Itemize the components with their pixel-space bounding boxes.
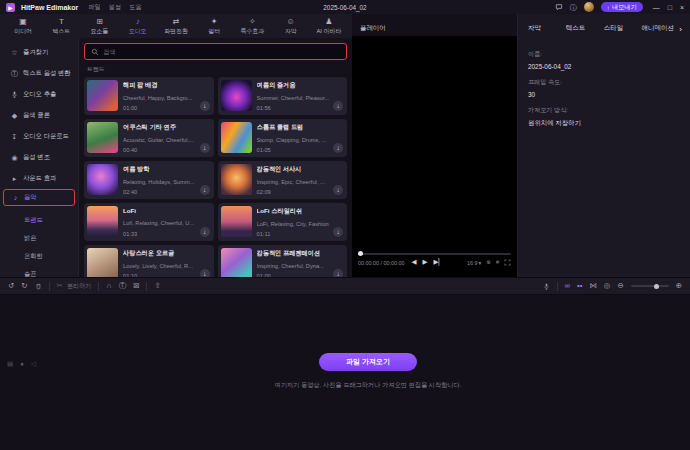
step-back-button[interactable]: ◀ bbox=[411, 259, 416, 266]
music-card[interactable]: 어쿠스틱 기타 연주Acoustic, Guitar, Cheerful,...… bbox=[84, 119, 214, 157]
download-icon[interactable]: ↓ bbox=[200, 143, 210, 153]
music-card[interactable]: 사랑스러운 오르골Lovely, Lively, Cheerful, R...0… bbox=[84, 245, 214, 277]
download-icon[interactable]: ↓ bbox=[200, 101, 210, 111]
step-forward-button[interactable]: ▶▏ bbox=[433, 259, 443, 266]
audio-track-icon[interactable]: ◁ bbox=[31, 361, 36, 368]
tab-filter[interactable]: ✦필터 bbox=[195, 18, 233, 34]
music-card-grid: 해피 팝 배경Cheerful, Happy, Backgro...01:00↓… bbox=[79, 77, 352, 277]
tab-text[interactable]: T텍스트 bbox=[42, 18, 80, 34]
tab-elements[interactable]: ⊞요소들 bbox=[80, 18, 118, 34]
tab-media[interactable]: ▣미디어 bbox=[4, 18, 42, 34]
music-card[interactable]: 여름의 즐거움Summer, Cheerful, Pleasur...01:56… bbox=[218, 77, 348, 115]
prop-tab-1[interactable]: 자막 bbox=[528, 24, 566, 33]
prop-tab-4[interactable]: 애니메이션 bbox=[641, 24, 679, 33]
sidebar-item[interactable]: Ⓣ텍스트 음성 변환 bbox=[3, 63, 75, 84]
tab-fx[interactable]: ✧특수효과 bbox=[233, 18, 271, 34]
music-card[interactable]: LoFiLofi, Relaxing, Cheerful, U...01:33↓ bbox=[84, 203, 214, 241]
record-track-icon[interactable]: ● bbox=[20, 361, 24, 368]
download-icon[interactable]: ↓ bbox=[333, 269, 343, 277]
music-card[interactable]: 해피 팝 배경Cheerful, Happy, Backgro...01:00↓ bbox=[84, 77, 214, 115]
close-button[interactable]: × bbox=[680, 4, 684, 11]
zoom-out-button[interactable]: ⊖ bbox=[617, 282, 623, 290]
export-frame-button[interactable]: ⇧ bbox=[154, 282, 160, 290]
download-icon[interactable]: ↓ bbox=[200, 269, 210, 277]
avatar[interactable] bbox=[584, 2, 594, 12]
music-card[interactable]: 감동적인 프레젠테이션Inspiring, Cheerful, Dyna...0… bbox=[218, 245, 348, 277]
sidebar-item[interactable]: ♪음악 bbox=[3, 189, 75, 206]
sidebar-item[interactable]: ◉음성 변조 bbox=[3, 147, 75, 168]
tab-audio[interactable]: ♪오디오 bbox=[119, 18, 157, 34]
add-text-button[interactable]: Ⓣ bbox=[119, 282, 127, 290]
aspect-ratio-select[interactable]: 16:9 ▾ bbox=[467, 260, 481, 266]
music-card[interactable]: LoFi 스타일리쉬LoFi, Relaxing, City, Fashion0… bbox=[218, 203, 348, 241]
snapshot-button[interactable]: ⊛ bbox=[486, 260, 491, 266]
prop-tab-3[interactable]: 스타일 bbox=[604, 24, 642, 33]
search-input[interactable] bbox=[103, 48, 340, 55]
zoom-in-button[interactable]: ⊕ bbox=[676, 282, 682, 290]
sidebar-item[interactable]: ↧오디오 다운로드 bbox=[3, 126, 75, 147]
seek-bar[interactable] bbox=[358, 251, 511, 256]
category-item[interactable]: 트렌드 bbox=[0, 211, 78, 229]
chevron-right-icon[interactable]: › bbox=[679, 27, 682, 33]
export-button[interactable]: ↑ 내보내기 bbox=[601, 2, 643, 12]
record-voice-button[interactable] bbox=[543, 283, 550, 290]
maximize-button[interactable]: □ bbox=[668, 4, 672, 11]
split-button[interactable]: ✂ bbox=[57, 282, 63, 290]
tab-subtitle[interactable]: ☺자막 bbox=[272, 18, 310, 34]
sidebar-item[interactable]: ☆즐겨찾기 bbox=[3, 42, 75, 63]
redo-button[interactable]: ↻ bbox=[21, 282, 27, 290]
keyframe-button[interactable]: •• bbox=[577, 282, 582, 290]
titlebar: ▶ HitPaw Edimakor 파일 설정 도움 2025-06-04_02… bbox=[0, 0, 690, 14]
sidebar-item-label: 음색 클론 bbox=[23, 111, 50, 120]
search-box[interactable] bbox=[84, 43, 347, 60]
tab-avatar[interactable]: ♟AI 아바타 bbox=[310, 18, 348, 34]
category-item[interactable]: 밝은 bbox=[0, 229, 78, 247]
account-icon[interactable]: ⓘ bbox=[570, 4, 577, 11]
link-button[interactable]: ∞ bbox=[565, 282, 570, 290]
sidebar-item[interactable]: ◆음색 클론 bbox=[3, 105, 75, 126]
timeline-area[interactable]: ▤ ● ◁ 파일 가져오기 여기저기 동영상, 사진을 드래그하거나 가져오면 … bbox=[0, 295, 690, 448]
seek-knob[interactable] bbox=[358, 251, 363, 256]
category-item[interactable]: 온화한 bbox=[0, 247, 78, 265]
import-files-button[interactable]: 파일 가져오기 bbox=[319, 353, 417, 371]
download-icon[interactable]: ↓ bbox=[200, 227, 210, 237]
menu-file[interactable]: 파일 bbox=[88, 3, 100, 12]
video-track-icon[interactable]: ▤ bbox=[7, 361, 13, 368]
feedback-icon[interactable] bbox=[555, 3, 563, 12]
tab-label: 자막 bbox=[285, 28, 297, 34]
download-icon[interactable]: ↓ bbox=[333, 227, 343, 237]
auto-ripple-button[interactable]: ◎ bbox=[604, 282, 611, 290]
section-title: 트렌드 bbox=[87, 65, 352, 74]
music-card[interactable]: 여름 방학Relaxing, Holidays, Summ...02:40↓ bbox=[84, 161, 214, 199]
delete-button[interactable] bbox=[35, 283, 42, 290]
category-item[interactable]: 슬픈 bbox=[0, 265, 78, 277]
tab-transition[interactable]: ⇄화면전환 bbox=[157, 18, 195, 34]
sidebar-item[interactable]: 오디오 추출 bbox=[3, 84, 75, 105]
download-icon[interactable]: ↓ bbox=[333, 143, 343, 153]
music-card[interactable]: 스톰프 클랩 드럼Stomp, Clapping, Drums, ...01:0… bbox=[218, 119, 348, 157]
ripple-button[interactable]: ⋈ bbox=[589, 282, 597, 290]
field-label: 프레임 속도: bbox=[528, 78, 680, 87]
download-icon[interactable]: ↓ bbox=[200, 185, 210, 195]
undo-button[interactable]: ↺ bbox=[8, 282, 14, 290]
prop-tab-2[interactable]: 텍스트 bbox=[566, 24, 604, 33]
music-card[interactable]: 감동적인 서사시Inspiring, Epic, Cheerful, ...02… bbox=[218, 161, 348, 199]
play-button[interactable]: ▶ bbox=[422, 259, 427, 266]
magnet-button[interactable]: ∩ bbox=[106, 282, 111, 290]
grid-button[interactable]: # bbox=[496, 260, 499, 266]
menu-help[interactable]: 도움 bbox=[129, 3, 141, 12]
download-icon[interactable]: ↓ bbox=[333, 101, 343, 111]
tab-elements-icon: ⊞ bbox=[96, 18, 103, 27]
fullscreen-button[interactable] bbox=[504, 259, 511, 266]
tab-label: 오디오 bbox=[129, 28, 147, 34]
time-display: 00:00:00 / 00:00:00 bbox=[358, 260, 404, 266]
download-icon[interactable]: ↓ bbox=[333, 185, 343, 195]
sidebar-item[interactable]: ▸사운드 효과 bbox=[3, 168, 75, 189]
menu-settings[interactable]: 설정 bbox=[109, 3, 121, 12]
delete-text-button[interactable]: ⊠ bbox=[133, 282, 139, 290]
tab-label: 화면전환 bbox=[164, 28, 188, 34]
card-title: 감동적인 서사시 bbox=[257, 165, 344, 174]
search-icon bbox=[91, 48, 99, 56]
minimize-button[interactable]: — bbox=[653, 4, 660, 11]
timeline-zoom-slider[interactable] bbox=[631, 285, 669, 287]
